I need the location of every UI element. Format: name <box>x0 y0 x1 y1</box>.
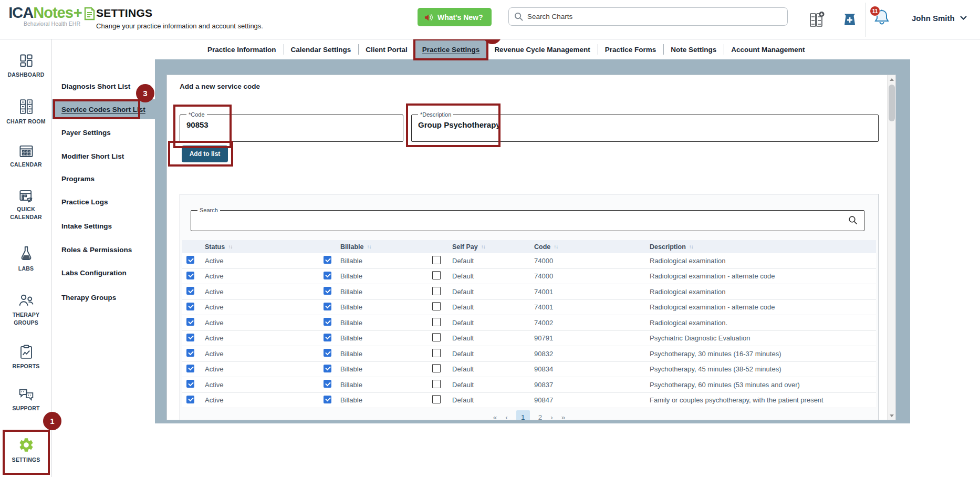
menu-item-labs-configuration[interactable]: Labs Configuration <box>52 266 155 279</box>
table-search-input[interactable] <box>197 214 848 226</box>
pagination-page-1[interactable]: 1 <box>516 410 530 420</box>
self-pay-checkbox[interactable] <box>432 318 441 326</box>
add-chart-icon[interactable] <box>809 11 825 28</box>
tab-calendar-settings[interactable]: Calendar Settings <box>284 39 359 59</box>
sidebar-item-dashboard[interactable]: DASHBOARD <box>0 53 52 79</box>
table-row: Active Billable Default 90832 Psychother… <box>182 346 876 362</box>
column-header-status[interactable]: Status↑↓ <box>205 243 319 251</box>
sidebar-item-chart-room[interactable]: CHART ROOM <box>0 98 52 126</box>
billable-checkbox[interactable] <box>324 272 331 279</box>
menu-item-payer-settings[interactable]: Payer Settings <box>52 126 155 139</box>
scrollbar-thumb[interactable] <box>889 85 895 121</box>
whats-new-label: What's New? <box>437 13 483 22</box>
scrollbar-down-arrow-icon[interactable] <box>888 411 896 420</box>
menu-item-service-codes-short-list[interactable]: Service Codes Short List 3 <box>52 99 155 119</box>
self-pay-checkbox[interactable] <box>432 271 441 279</box>
add-to-list-button[interactable]: Add to list <box>182 146 228 162</box>
status-checkbox[interactable] <box>186 380 194 388</box>
self-pay-checkbox[interactable] <box>432 380 441 388</box>
menu-item-intake-settings[interactable]: Intake Settings <box>52 220 155 232</box>
status-checkbox[interactable] <box>186 272 194 279</box>
menu-item-modifier-short-list[interactable]: Modifier Short List <box>52 150 155 162</box>
status-checkbox[interactable] <box>186 365 194 372</box>
pagination-page-2[interactable]: 2 <box>538 413 543 421</box>
logo-document-icon <box>83 7 96 20</box>
pagination-previous[interactable]: ‹ <box>505 413 508 421</box>
table-search-icon[interactable] <box>848 215 858 225</box>
self-pay-cell: Default <box>452 303 534 311</box>
billable-checkbox[interactable] <box>324 380 331 388</box>
code-cell: 90834 <box>534 365 650 373</box>
scrollbar-up-arrow-icon[interactable] <box>888 75 896 84</box>
menu-item-programs[interactable]: Programs <box>52 172 155 185</box>
status-checkbox[interactable] <box>186 318 194 326</box>
code-cell: 74001 <box>534 288 650 296</box>
tab-practice-forms[interactable]: Practice Forms <box>598 39 664 59</box>
billable-checkbox[interactable] <box>324 256 331 264</box>
sidebar-item-support[interactable]: SUPPORT <box>0 387 52 412</box>
reports-icon <box>19 344 34 360</box>
user-menu[interactable]: John Smith <box>912 14 967 23</box>
column-header-code[interactable]: Code↑↓ <box>534 243 650 251</box>
menu-item-therapy-groups[interactable]: Therapy Groups <box>52 291 155 304</box>
self-pay-checkbox[interactable] <box>432 256 441 264</box>
status-checkbox[interactable] <box>186 256 194 264</box>
menu-item-practice-logs[interactable]: Practice Logs <box>52 195 155 208</box>
status-checkbox[interactable] <box>186 396 194 403</box>
tab-account-management[interactable]: Account Management <box>724 39 812 59</box>
sidebar-item-reports[interactable]: REPORTS <box>0 344 52 370</box>
logo-plus: + <box>74 4 82 22</box>
billable-checkbox[interactable] <box>324 318 331 326</box>
labs-flask-icon <box>18 245 34 262</box>
whats-new-button[interactable]: What's New? <box>418 8 492 26</box>
tab-client-portal[interactable]: Client Portal <box>358 39 415 59</box>
self-pay-checkbox[interactable] <box>432 349 441 357</box>
status-checkbox[interactable] <box>186 349 194 357</box>
icanotes-logo[interactable]: ICANotes+ Behavioral Health EHR <box>13 4 91 27</box>
self-pay-checkbox[interactable] <box>432 333 441 341</box>
menu-item-diagnosis-short-list[interactable]: Diagnosis Short List <box>52 80 155 92</box>
sidebar-item-quick-calendar[interactable]: QUICK CALENDAR <box>0 188 52 221</box>
self-pay-checkbox[interactable] <box>432 287 441 295</box>
tab-practice-settings[interactable]: Practice Settings 2 <box>415 39 487 59</box>
menu-item-roles-permissions[interactable]: Roles & Permissions <box>52 243 155 256</box>
self-pay-checkbox[interactable] <box>432 364 441 372</box>
service-codes-table-container: Search Status↑↓ Billable↑↓ Self Pay↑↓ C <box>180 194 879 420</box>
billable-checkbox[interactable] <box>324 287 331 295</box>
description-field[interactable]: *Description Group Psychotherapy <box>411 111 879 142</box>
tab-practice-information[interactable]: Practice Information <box>200 39 284 59</box>
sidebar-item-settings[interactable]: SETTINGS 1 <box>0 430 52 475</box>
self-pay-checkbox[interactable] <box>432 395 441 403</box>
billable-checkbox[interactable] <box>324 349 331 357</box>
billable-checkbox[interactable] <box>324 303 331 310</box>
column-header-billable[interactable]: Billable↑↓ <box>340 243 428 251</box>
sidebar-item-labs[interactable]: LABS <box>0 245 52 273</box>
chart-search-input[interactable] <box>527 13 782 20</box>
tab-revenue-cycle-management[interactable]: Revenue Cycle Management <box>487 39 597 59</box>
status-checkbox[interactable] <box>186 303 194 310</box>
billable-checkbox[interactable] <box>324 396 331 403</box>
dashboard-icon <box>18 53 34 68</box>
column-header-self-pay[interactable]: Self Pay↑↓ <box>452 243 534 251</box>
billable-checkbox[interactable] <box>324 365 331 372</box>
pagination-next[interactable]: › <box>550 413 553 421</box>
page-title: SETTINGS <box>96 7 263 19</box>
billable-checkbox[interactable] <box>324 334 331 341</box>
sidebar-item-therapy-groups[interactable]: THERAPY GROUPS <box>0 293 52 327</box>
table-search-field[interactable]: Search <box>191 207 864 231</box>
sidebar-item-calendar[interactable]: CALENDAR <box>0 143 52 169</box>
pagination-last[interactable]: » <box>561 413 566 421</box>
card-scrollbar[interactable] <box>887 75 895 420</box>
status-checkbox[interactable] <box>186 334 194 341</box>
status-checkbox[interactable] <box>186 287 194 295</box>
code-field[interactable]: *Code 90853 <box>180 111 403 142</box>
pagination-first[interactable]: « <box>493 413 497 421</box>
column-header-description[interactable]: Description↑↓ <box>650 243 876 251</box>
section-title: Add a new service code <box>180 82 260 90</box>
description-cell: Radiological examination <box>650 257 876 265</box>
title-block: SETTINGS Change your practice informatio… <box>96 7 263 30</box>
pharmacy-icon[interactable] <box>842 12 857 27</box>
tab-note-settings[interactable]: Note Settings <box>663 39 724 59</box>
table-row: Active Billable Default 74000 Radiologic… <box>182 253 876 269</box>
self-pay-checkbox[interactable] <box>432 302 441 310</box>
